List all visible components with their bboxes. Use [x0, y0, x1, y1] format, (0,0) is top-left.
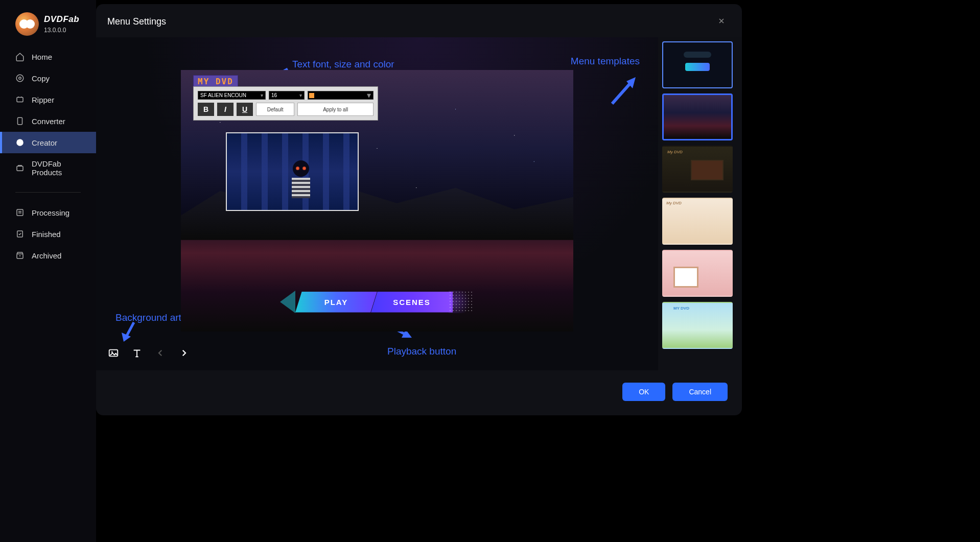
- default-button[interactable]: Default: [256, 103, 294, 116]
- scenes-button[interactable]: SCENES: [371, 292, 453, 313]
- processing-icon: [15, 208, 25, 217]
- svg-point-0: [16, 75, 24, 82]
- play-deco-right-icon: [449, 291, 474, 313]
- annotation-background: Background art: [115, 312, 181, 323]
- finished-icon: [15, 229, 25, 239]
- svg-marker-10: [626, 77, 636, 88]
- modal-title: Menu Settings: [107, 16, 166, 27]
- sidebar-item-processing[interactable]: Processing: [0, 202, 96, 223]
- text-tool-button[interactable]: [131, 347, 143, 359]
- sidebar-item-archived[interactable]: Archived: [0, 245, 96, 266]
- annotation-playback: Playback button: [387, 346, 456, 357]
- font-size-select[interactable]: 16: [269, 91, 305, 100]
- next-page-button[interactable]: [178, 347, 190, 359]
- arrow-icon: [607, 73, 643, 109]
- svg-rect-3: [18, 117, 22, 125]
- svg-point-1: [19, 77, 21, 80]
- sidebar: DVDFab 13.0.0.0 Home Copy Ripper Convert…: [0, 0, 96, 542]
- creator-icon: [15, 138, 25, 147]
- svg-rect-5: [17, 166, 23, 171]
- sidebar-item-label: Home: [32, 53, 52, 61]
- apply-to-all-button[interactable]: Apply to all: [297, 103, 374, 116]
- app-logo-icon: [15, 12, 39, 36]
- sidebar-divider: [15, 192, 81, 193]
- sidebar-item-label: Copy: [32, 74, 50, 83]
- svg-rect-2: [17, 98, 23, 102]
- arrow-icon: [119, 319, 141, 345]
- template-item-dark-neon[interactable]: [662, 41, 733, 88]
- close-button[interactable]: [717, 17, 726, 27]
- cancel-button[interactable]: Cancel: [672, 383, 728, 401]
- sidebar-item-finished[interactable]: Finished: [0, 223, 96, 245]
- products-icon: [15, 163, 25, 173]
- play-button[interactable]: PLAY: [295, 292, 377, 313]
- underline-button[interactable]: U: [237, 103, 253, 116]
- sidebar-item-products[interactable]: DVDFab Products: [0, 153, 96, 183]
- sidebar-item-label: Creator: [32, 138, 57, 147]
- sidebar-item-home[interactable]: Home: [0, 46, 96, 67]
- dvd-menu-preview[interactable]: MY DVD SF ALIEN ENCOUN 16 B I U Default: [181, 70, 573, 332]
- font-color-select[interactable]: [308, 91, 374, 100]
- bottom-toolbar: [107, 347, 190, 359]
- ripper-icon: [15, 95, 25, 104]
- sidebar-item-label: Converter: [32, 117, 65, 126]
- color-swatch-icon: [309, 93, 314, 98]
- font-family-select[interactable]: SF ALIEN ENCOUN: [198, 91, 266, 100]
- sidebar-item-converter[interactable]: Converter: [0, 110, 96, 132]
- brand-name: DVDFab: [44, 14, 79, 25]
- preview-zone: Text font, size and color Menu templates…: [96, 37, 658, 370]
- template-item-birthday[interactable]: [662, 198, 733, 245]
- sidebar-item-label: Archived: [32, 251, 61, 260]
- sidebar-item-label: Ripper: [32, 96, 54, 104]
- modal-footer: OK Cancel: [96, 370, 742, 415]
- sidebar-item-ripper[interactable]: Ripper: [0, 89, 96, 110]
- annotation-templates: Menu templates: [571, 56, 640, 67]
- sidebar-item-label: Processing: [32, 208, 69, 217]
- sidebar-item-copy[interactable]: Copy: [0, 67, 96, 89]
- template-item-kids-rainbow[interactable]: [662, 302, 733, 349]
- video-thumbnail[interactable]: [226, 132, 359, 211]
- version-label: 13.0.0.0: [44, 27, 79, 34]
- copy-icon: [15, 74, 25, 83]
- menu-settings-modal: Menu Settings Text font, size and color …: [96, 4, 742, 415]
- annotation-font: Text font, size and color: [292, 59, 394, 70]
- converter-icon: [15, 116, 25, 126]
- home-icon: [15, 52, 25, 61]
- text-format-toolbar: SF ALIEN ENCOUN 16 B I U Default Apply t…: [193, 86, 378, 121]
- svg-point-4: [16, 139, 24, 146]
- svg-marker-12: [122, 333, 131, 342]
- prev-page-button[interactable]: [154, 347, 167, 359]
- template-item-film-sepia[interactable]: [662, 146, 733, 193]
- background-image-button[interactable]: [107, 347, 120, 359]
- logo-block: DVDFab 13.0.0.0: [0, 12, 96, 46]
- template-item-cosmic-mountain[interactable]: [662, 93, 733, 140]
- sidebar-item-label: DVDFab Products: [32, 159, 81, 177]
- bold-button[interactable]: B: [198, 103, 214, 116]
- sidebar-item-label: Finished: [32, 230, 61, 239]
- sidebar-item-creator[interactable]: Creator: [0, 132, 96, 153]
- play-deco-left-icon: [280, 291, 295, 313]
- playback-button-bar: PLAY SCENES: [280, 291, 474, 313]
- archived-icon: [15, 251, 25, 260]
- ok-button[interactable]: OK: [622, 383, 665, 401]
- template-item-wedding-pink[interactable]: [662, 250, 733, 297]
- italic-button[interactable]: I: [217, 103, 234, 116]
- template-list[interactable]: [658, 37, 742, 370]
